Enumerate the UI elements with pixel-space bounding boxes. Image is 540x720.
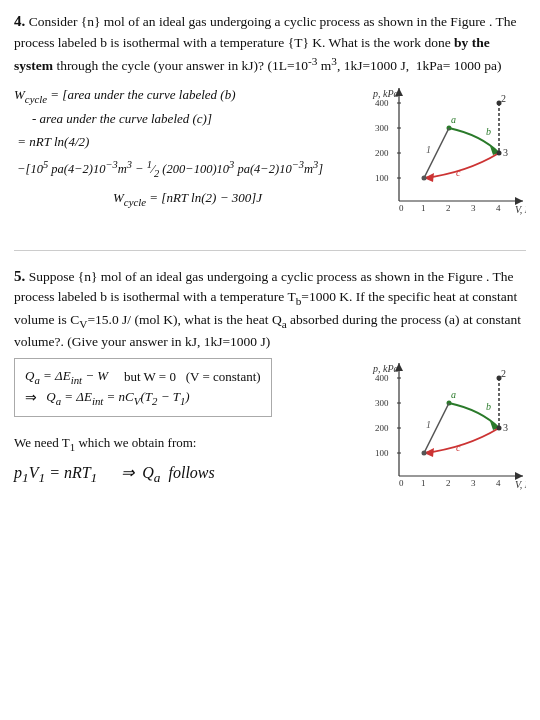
math-line-2: - area under the curve labeled (c)] <box>14 109 361 130</box>
problem-5-graph: p, kPa V, L 400 300 200 100 1 2 3 4 0 <box>371 358 526 507</box>
eq-line-1: Qa = ΔEint − W but W = 0 (V = constant) <box>25 368 261 386</box>
svg-text:200: 200 <box>375 148 389 158</box>
svg-text:400: 400 <box>375 98 389 108</box>
svg-text:3: 3 <box>503 147 508 158</box>
problem-4-body: Wcycle = [area under the curve labeled (… <box>14 83 526 232</box>
svg-text:0: 0 <box>399 203 404 213</box>
svg-text:2: 2 <box>446 203 451 213</box>
svg-text:400: 400 <box>375 373 389 383</box>
svg-text:100: 100 <box>375 173 389 183</box>
svg-text:0: 0 <box>399 478 404 488</box>
svg-point-30 <box>422 175 427 180</box>
svg-text:c: c <box>456 167 461 178</box>
svg-text:200: 200 <box>375 423 389 433</box>
svg-point-63 <box>422 451 427 456</box>
section-divider <box>14 250 526 251</box>
svg-text:V, L: V, L <box>515 479 526 490</box>
problem-5: 5. Suppose {n} mol of an ideal gas under… <box>14 265 526 508</box>
problem-5-text: Suppose {n} mol of an ideal gas undergoi… <box>14 269 521 350</box>
problem-5-body: Qa = ΔEint − W but W = 0 (V = constant) … <box>14 358 526 507</box>
svg-text:3: 3 <box>471 203 476 213</box>
svg-text:2: 2 <box>501 368 506 379</box>
math-line-5: Wcycle = [nRT ln(2) − 300]J <box>14 188 361 211</box>
problem-5-math: Qa = ΔEint − W but W = 0 (V = constant) … <box>14 358 361 486</box>
svg-text:a: a <box>451 389 456 400</box>
svg-text:b: b <box>486 126 491 137</box>
eq-line-2: ⇒ Qa = ΔEint = nCV(T2 − T1) <box>25 389 261 407</box>
problem-5-number: 5. <box>14 268 25 284</box>
svg-text:a: a <box>451 114 456 125</box>
problem-4-text: Consider {n} mol of an ideal gas undergo… <box>14 14 516 73</box>
svg-point-32 <box>497 150 502 155</box>
svg-text:100: 100 <box>375 448 389 458</box>
svg-text:V, L: V, L <box>515 204 526 215</box>
svg-text:3: 3 <box>503 422 508 433</box>
svg-point-65 <box>497 426 502 431</box>
problem-4-number: 4. <box>14 13 25 29</box>
problem-4-statement: 4. Consider {n} mol of an ideal gas unde… <box>14 10 526 77</box>
svg-text:1: 1 <box>421 203 426 213</box>
svg-text:1: 1 <box>426 419 431 430</box>
svg-text:2: 2 <box>501 93 506 104</box>
svg-text:300: 300 <box>375 123 389 133</box>
svg-text:b: b <box>486 401 491 412</box>
eq-line-3: We need T1 which we obtain from: <box>14 433 361 456</box>
svg-text:300: 300 <box>375 398 389 408</box>
problem-5-statement: 5. Suppose {n} mol of an ideal gas under… <box>14 265 526 353</box>
problem-4: 4. Consider {n} mol of an ideal gas unde… <box>14 10 526 232</box>
eq-p1v1: p1V1 = nRT1 <box>14 464 97 486</box>
svg-text:4: 4 <box>496 203 501 213</box>
svg-text:1: 1 <box>421 478 426 488</box>
problem-4-math: Wcycle = [area under the curve labeled (… <box>14 83 361 232</box>
eq-arrow: ⇒ Qa follows <box>113 463 214 486</box>
svg-text:1: 1 <box>426 144 431 155</box>
final-eq-row: p1V1 = nRT1 ⇒ Qa follows <box>14 463 361 486</box>
math-line-3: = nRT ln(4/2) <box>14 132 361 153</box>
math-line-1: Wcycle = [area under the curve labeled (… <box>14 85 361 108</box>
svg-text:4: 4 <box>496 478 501 488</box>
problem-4-graph: p, kPa V, L 400 300 200 100 1 2 3 4 0 <box>371 83 526 232</box>
svg-text:2: 2 <box>446 478 451 488</box>
math-line-4: −[105 pa(4−2)10−3m3 − 1⁄2 (200−100)103 p… <box>14 157 361 182</box>
formula-box: Qa = ΔEint − W but W = 0 (V = constant) … <box>14 358 272 416</box>
svg-text:c: c <box>456 442 461 453</box>
svg-text:3: 3 <box>471 478 476 488</box>
